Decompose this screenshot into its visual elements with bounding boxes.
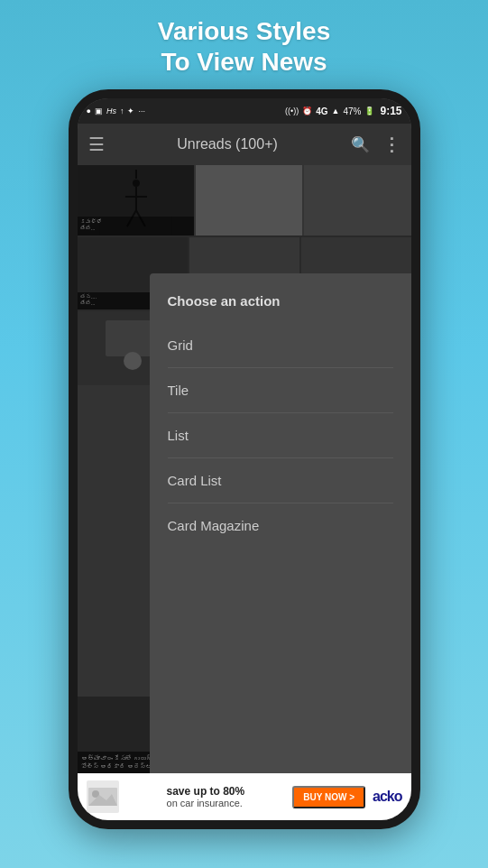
ad-logo: acko [373,789,401,805]
action-item-card-list[interactable]: Card List [150,458,411,503]
action-item-list[interactable]: List [150,413,411,457]
ad-main-text: save up to 80% [167,785,245,798]
action-item-grid[interactable]: Grid [150,323,411,367]
phone-screen: ● ▣ Hs ↑ ✦ ··· ((•)) ⏰ 4G ▲ 47% 🔋 9:15 ☰… [78,98,411,820]
battery-pct: 47% [343,106,361,116]
ad-banner[interactable]: save up to 80% on car insurance. BUY NOW… [78,773,411,820]
more-options-icon[interactable]: ⋮ [382,134,401,155]
action-item-tile[interactable]: Tile [150,368,411,412]
app-bar-title: Unreads (100+) [117,136,338,152]
screen-content: కమళ్ళోతేలే... తన....తేలే... [78,165,411,820]
more-dots-icon: ··· [138,106,145,115]
battery-icon: 🔋 [364,106,374,115]
upload-icon: ↑ [120,106,124,115]
wifi-icon: ((•)) [285,106,299,115]
menu-icon[interactable]: ☰ [88,134,105,155]
app-bar: ☰ Unreads (100+) 🔍 ⋮ [78,124,411,165]
status-left-icons: ● ▣ Hs ↑ ✦ ··· [87,106,145,115]
time: 9:15 [380,105,401,117]
ad-image-icon [87,780,119,813]
phone-frame: ● ▣ Hs ↑ ✦ ··· ((•)) ⏰ 4G ▲ 47% 🔋 9:15 ☰… [69,89,420,829]
status-bar: ● ▣ Hs ↑ ✦ ··· ((•)) ⏰ 4G ▲ 47% 🔋 9:15 [78,98,411,124]
alarm-icon: ⏰ [302,106,312,115]
signal-icon: ▲ [332,106,340,115]
search-icon[interactable]: 🔍 [351,135,370,154]
ad-right: BUY NOW > acko [292,786,401,808]
action-sheet-title: Choose an action [150,273,411,323]
status-right-icons: ((•)) ⏰ 4G ▲ 47% 🔋 9:15 [285,105,401,117]
hs-icon: Hs [106,106,116,115]
ad-text-block: save up to 80% on car insurance. [167,785,245,808]
action-sheet: Choose an action Grid Tile List Card Lis… [150,273,411,820]
header-text: Various Styles To View News [158,16,330,77]
record-icon: ● [87,106,91,115]
ad-cta-button[interactable]: BUY NOW > [292,786,365,808]
action-item-card-magazine[interactable]: Card Magazine [150,503,411,548]
ad-sub-text: on car insurance. [167,798,245,808]
network-label: 4G [316,106,327,116]
star-icon: ✦ [127,106,134,115]
notification-icon: ▣ [95,106,103,115]
